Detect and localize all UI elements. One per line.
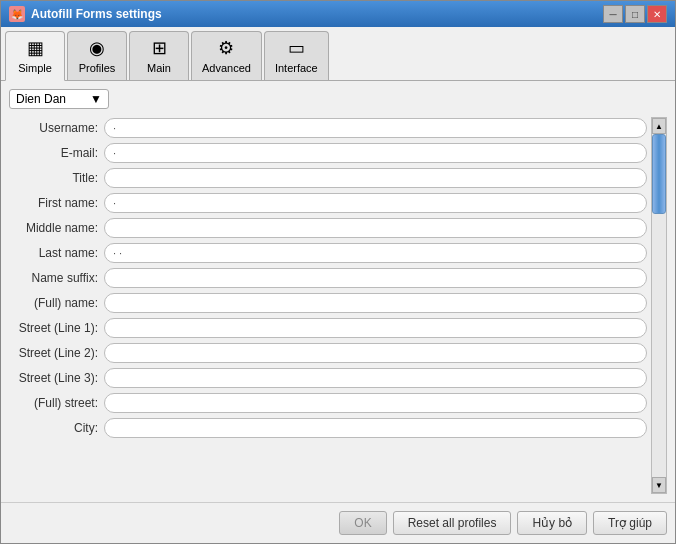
field-input-1[interactable]	[104, 143, 647, 163]
interface-tab-icon: ▭	[284, 36, 308, 60]
advanced-tab-label: Advanced	[202, 62, 251, 74]
field-row: City:	[9, 417, 647, 439]
title-bar-left: 🦊 Autofill Forms settings	[9, 6, 162, 22]
content-area: Dien Dan ▼ Username:E-mail:Title:First n…	[1, 81, 675, 502]
ok-button[interactable]: OK	[339, 511, 386, 535]
simple-tab-label: Simple	[18, 62, 52, 74]
field-label-10: Street (Line 3):	[9, 371, 104, 385]
profiles-tab-label: Profiles	[79, 62, 116, 74]
profile-dropdown[interactable]: Dien Dan ▼	[9, 89, 109, 109]
window-controls: ─ □ ✕	[603, 5, 667, 23]
field-label-11: (Full) street:	[9, 396, 104, 410]
field-row: Last name:	[9, 242, 647, 264]
field-row: (Full) street:	[9, 392, 647, 414]
field-row: Middle name:	[9, 217, 647, 239]
field-row: Name suffix:	[9, 267, 647, 289]
field-row: (Full) name:	[9, 292, 647, 314]
field-input-2[interactable]	[104, 168, 647, 188]
main-tab-icon: ⊞	[147, 36, 171, 60]
field-input-10[interactable]	[104, 368, 647, 388]
main-window: 🦊 Autofill Forms settings ─ □ ✕ ▦ Simple…	[0, 0, 676, 544]
field-input-12[interactable]	[104, 418, 647, 438]
title-bar: 🦊 Autofill Forms settings ─ □ ✕	[1, 1, 675, 27]
field-input-5[interactable]	[104, 243, 647, 263]
field-row: Username:	[9, 117, 647, 139]
field-label-8: Street (Line 1):	[9, 321, 104, 335]
interface-tab-label: Interface	[275, 62, 318, 74]
field-label-6: Name suffix:	[9, 271, 104, 285]
tab-interface[interactable]: ▭ Interface	[264, 31, 329, 80]
simple-tab-icon: ▦	[23, 36, 47, 60]
maximize-button[interactable]: □	[625, 5, 645, 23]
field-input-6[interactable]	[104, 268, 647, 288]
tab-advanced[interactable]: ⚙ Advanced	[191, 31, 262, 80]
minimize-button[interactable]: ─	[603, 5, 623, 23]
field-label-1: E-mail:	[9, 146, 104, 160]
advanced-tab-icon: ⚙	[214, 36, 238, 60]
field-input-0[interactable]	[104, 118, 647, 138]
field-input-4[interactable]	[104, 218, 647, 238]
field-label-7: (Full) name:	[9, 296, 104, 310]
scrollbar-track: ▲ ▼	[651, 117, 667, 494]
scrollbar-thumb[interactable]	[652, 134, 666, 214]
field-row: First name:	[9, 192, 647, 214]
field-row: E-mail:	[9, 142, 647, 164]
field-row: Street (Line 2):	[9, 342, 647, 364]
profiles-tab-icon: ◉	[85, 36, 109, 60]
field-label-9: Street (Line 2):	[9, 346, 104, 360]
field-label-4: Middle name:	[9, 221, 104, 235]
field-row: Street (Line 3):	[9, 367, 647, 389]
help-button[interactable]: Trợ giúp	[593, 511, 667, 535]
main-tab-label: Main	[147, 62, 171, 74]
field-input-11[interactable]	[104, 393, 647, 413]
tab-bar: ▦ Simple ◉ Profiles ⊞ Main ⚙ Advanced ▭ …	[1, 27, 675, 81]
footer: OK Reset all profiles Hủy bỏ Trợ giúp	[1, 502, 675, 543]
profile-selected-label: Dien Dan	[16, 92, 66, 106]
form-fields: Username:E-mail:Title:First name:Middle …	[9, 117, 651, 494]
field-label-2: Title:	[9, 171, 104, 185]
field-row: Title:	[9, 167, 647, 189]
scrollbar-down-button[interactable]: ▼	[652, 477, 666, 493]
field-label-0: Username:	[9, 121, 104, 135]
profile-selector-row: Dien Dan ▼	[9, 89, 667, 109]
form-scroll-area: Username:E-mail:Title:First name:Middle …	[9, 117, 667, 494]
window-title: Autofill Forms settings	[31, 7, 162, 21]
reset-profiles-button[interactable]: Reset all profiles	[393, 511, 512, 535]
field-row: Street (Line 1):	[9, 317, 647, 339]
app-icon: 🦊	[9, 6, 25, 22]
close-button[interactable]: ✕	[647, 5, 667, 23]
tab-main[interactable]: ⊞ Main	[129, 31, 189, 80]
field-label-3: First name:	[9, 196, 104, 210]
field-input-8[interactable]	[104, 318, 647, 338]
field-label-5: Last name:	[9, 246, 104, 260]
dropdown-arrow-icon: ▼	[90, 92, 102, 106]
field-input-3[interactable]	[104, 193, 647, 213]
cancel-button[interactable]: Hủy bỏ	[517, 511, 587, 535]
field-input-7[interactable]	[104, 293, 647, 313]
tab-profiles[interactable]: ◉ Profiles	[67, 31, 127, 80]
field-label-12: City:	[9, 421, 104, 435]
tab-simple[interactable]: ▦ Simple	[5, 31, 65, 81]
scrollbar-up-button[interactable]: ▲	[652, 118, 666, 134]
field-input-9[interactable]	[104, 343, 647, 363]
scrollbar-thumb-area	[652, 134, 666, 477]
